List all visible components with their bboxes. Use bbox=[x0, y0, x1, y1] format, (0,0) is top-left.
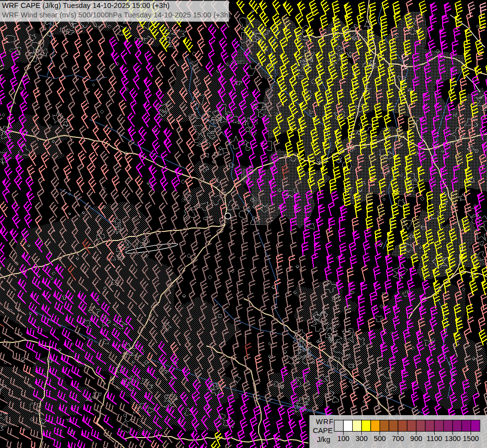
svg-text:1300: 1300 bbox=[445, 435, 461, 443]
svg-text:J/kg: J/kg bbox=[317, 436, 330, 444]
svg-text:100: 100 bbox=[337, 435, 349, 443]
svg-text:1100: 1100 bbox=[427, 435, 442, 443]
svg-text:700: 700 bbox=[392, 435, 404, 443]
svg-text:1500: 1500 bbox=[463, 435, 479, 443]
svg-text:300: 300 bbox=[356, 435, 368, 443]
svg-text:WRF CAPE (J/kg) Tuesday 14-10-: WRF CAPE (J/kg) Tuesday 14-10-2025 15:00… bbox=[2, 1, 170, 9]
svg-text:500: 500 bbox=[374, 435, 386, 443]
svg-text:WRF Wind shear (m/s) 500/1000h: WRF Wind shear (m/s) 500/1000hPa Tuesday… bbox=[2, 11, 231, 19]
svg-text:WRF: WRF bbox=[316, 418, 334, 426]
svg-text:CAPE: CAPE bbox=[313, 427, 333, 435]
svg-text:900: 900 bbox=[410, 435, 422, 443]
